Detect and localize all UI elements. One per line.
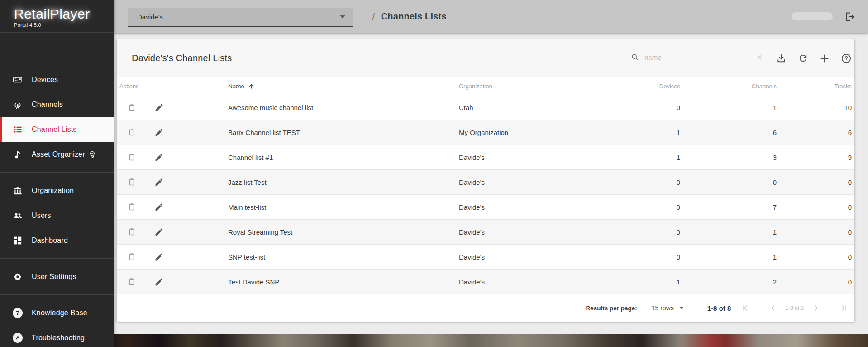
cell-tracks: 0 [777,278,852,286]
card-toolbar: × ? [631,53,852,64]
sidebar-item-label: User Settings [32,273,76,281]
pencil-icon[interactable] [154,177,164,187]
cell-organization: Davide's [459,203,590,211]
column-header-channels: Channels [680,83,777,90]
trash-icon[interactable] [127,102,137,112]
row-actions [117,177,228,187]
background-photo [114,334,868,347]
download-button[interactable] [776,53,787,64]
sidebar-item-devices[interactable]: Devices [0,67,114,92]
cell-name: Channel list #1 [228,154,459,161]
sidebar-item-troubleshooting[interactable]: Troubleshooting [0,325,114,347]
sidebar-divider [0,258,114,259]
bank-icon [12,185,23,196]
sidebar-item-user-settings[interactable]: User Settings [0,264,114,289]
sidebar-nav: Devices Channels Channel Lists As [0,67,114,347]
sidebar-item-channel-lists[interactable]: Channel Lists [0,117,114,142]
sidebar-item-label: Asset Organizer [32,150,96,159]
sidebar: RetailPlayer Portal 4.5.0 Devices Channe… [0,0,114,347]
sort-ascending-icon [248,83,255,90]
add-button[interactable] [819,53,830,64]
devices-icon [12,74,23,85]
cell-name: Test Davide SNP [228,278,459,286]
trash-icon[interactable] [127,177,137,187]
cell-channels: 1 [680,253,777,261]
next-page-button[interactable] [811,303,821,313]
clear-icon[interactable]: × [756,53,763,61]
cell-devices: 0 [590,104,680,111]
portal-version: Portal 4.5.0 [14,22,114,28]
cell-tracks: 0 [777,253,852,261]
organization-selector[interactable]: Davide's [128,8,353,27]
help-button[interactable]: ? [841,53,852,64]
svg-text:?: ? [844,55,848,62]
people-icon [12,210,23,221]
cell-devices: 0 [590,203,680,211]
row-actions [117,102,228,112]
pencil-icon[interactable] [154,252,164,262]
trash-icon[interactable] [127,202,137,212]
cell-channels: 3 [680,154,777,161]
cell-tracks: 0 [777,178,852,186]
cell-channels: 0 [680,178,777,186]
sidebar-item-channels[interactable]: Channels [0,92,114,117]
cell-tracks: 0 [777,203,852,211]
page-title: Davide's's Channel Lists [132,53,232,63]
sidebar-item-knowledge-base[interactable]: ? Knowledge Base [0,300,114,325]
column-header-devices: Devices [590,83,680,90]
pencil-icon[interactable] [154,227,164,237]
sidebar-item-label: Knowledge Base [32,309,87,317]
sidebar-item-asset-organizer[interactable]: Asset Organizer [0,142,114,167]
cell-channels: 6 [680,129,777,136]
cell-name: Royal Streaming Test [228,228,459,236]
gear-icon [12,271,23,282]
first-page-button[interactable] [740,303,750,313]
channel-lists-card: Davide's's Channel Lists × [117,39,854,322]
table-body: Awesome music channel list Utah 0 1 10 B… [117,95,854,294]
trash-icon[interactable] [127,227,137,237]
trash-icon[interactable] [127,252,137,262]
previous-page-button[interactable] [768,303,778,313]
table-row: Main test-list Davide's 0 7 0 [117,195,854,220]
sidebar-item-label: Troubleshooting [32,334,85,342]
pencil-icon[interactable] [154,277,164,287]
cell-organization: My Organization [459,129,590,136]
trash-icon[interactable] [127,277,137,287]
trash-icon[interactable] [127,152,137,162]
pencil-icon[interactable] [154,127,164,137]
card-header: Davide's's Channel Lists × [117,39,854,77]
sidebar-item-label: Channel Lists [32,125,77,134]
results-per-page-label: Results per page: [586,305,637,312]
rows-per-page-value: 15 rows [652,304,674,312]
rows-per-page-select[interactable]: 15 rows [652,304,684,312]
cell-tracks: 6 [777,129,852,136]
row-actions [117,252,228,262]
cell-name: Awesome music channel list [228,104,459,111]
column-header-organization: Organization [459,83,590,90]
pencil-icon[interactable] [154,202,164,212]
row-actions [117,227,228,237]
cell-devices: 1 [590,154,680,161]
trash-icon[interactable] [127,127,137,137]
cell-channels: 7 [680,203,777,211]
pencil-icon[interactable] [154,102,164,112]
search-box: × [631,53,763,63]
row-actions [117,202,228,212]
sidebar-item-dashboard[interactable]: Dashboard [0,228,114,253]
chevron-right-icon [811,304,820,313]
last-page-button[interactable] [839,303,849,313]
column-header-actions: Actions [117,83,228,90]
music-note-icon [12,149,23,160]
pencil-icon[interactable] [154,152,164,162]
cell-organization: Davide's [459,178,590,186]
cell-channels: 1 [680,104,777,111]
column-header-name[interactable]: Name [228,83,459,90]
refresh-button[interactable] [797,53,808,64]
search-input[interactable] [644,53,756,61]
sidebar-item-organization[interactable]: Organization [0,178,114,203]
sidebar-item-label: Users [32,212,51,220]
cell-name: SNP test-list [228,253,459,261]
sidebar-item-users[interactable]: Users [0,203,114,228]
logo-block: RetailPlayer Portal 4.5.0 [0,0,114,33]
logout-button[interactable] [844,11,855,23]
